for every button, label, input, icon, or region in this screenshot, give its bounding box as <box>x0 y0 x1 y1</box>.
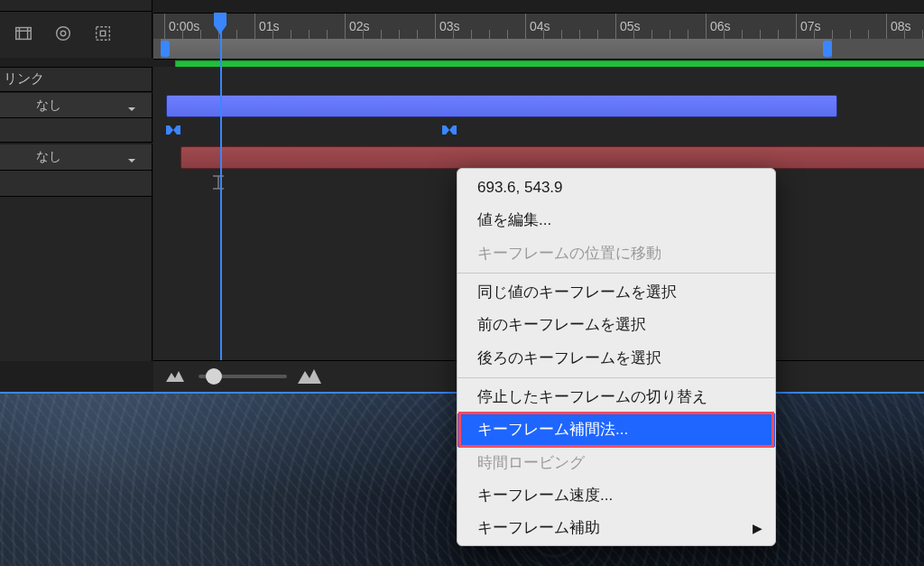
time-tick-minor <box>922 30 923 39</box>
menu-separator <box>457 377 775 378</box>
layer1-property-row <box>0 118 152 143</box>
time-tick: 03s <box>435 14 436 39</box>
time-tick-minor <box>742 30 743 39</box>
work-area-bar[interactable] <box>161 39 832 59</box>
parent-link-label: リンク <box>4 70 44 88</box>
layer1-parent-dropdown[interactable]: なし <box>32 97 141 116</box>
time-tick-minor <box>543 30 544 39</box>
chevron-down-icon <box>126 153 137 164</box>
left-empty-area <box>0 197 152 361</box>
time-tick-minor <box>850 30 851 39</box>
time-tick-minor <box>633 30 634 39</box>
menu-select-previous-keyframes[interactable]: 前のキーフレームを選択 <box>457 309 775 341</box>
menu-select-equal-keyframes[interactable]: 同じ値のキーフレームを選択 <box>457 276 775 309</box>
render-queue-icon[interactable] <box>13 23 34 44</box>
time-tick: 02s <box>345 14 346 39</box>
time-tick-minor <box>868 30 869 39</box>
zoom-in-icon[interactable] <box>298 369 321 384</box>
time-tick-label: 02s <box>349 19 370 33</box>
playhead-handle[interactable] <box>212 13 228 34</box>
menu-value-display: 693.6, 543.9 <box>457 169 775 204</box>
time-tick-minor <box>561 30 562 39</box>
ae-timeline-window: 0:00s01s02s03s04s05s06s07s08s リンク なし なし <box>0 0 924 566</box>
time-tick-minor <box>399 30 400 39</box>
time-tick-minor <box>670 30 670 39</box>
time-tick-label: 03s <box>439 19 460 33</box>
svg-point-4 <box>57 27 70 41</box>
time-ruler[interactable]: 0:00s01s02s03s04s05s06s07s08s <box>153 13 924 60</box>
time-tick-minor <box>778 30 779 39</box>
submenu-arrow-icon: ▶ <box>753 519 762 539</box>
time-tick-label: 06s <box>710 19 731 33</box>
zoom-out-icon[interactable] <box>166 369 184 382</box>
svg-rect-7 <box>100 31 106 36</box>
divider <box>0 11 152 12</box>
time-tick-minor <box>363 30 364 39</box>
time-tick-minor <box>814 30 815 39</box>
chevron-down-icon <box>126 102 137 113</box>
menu-keyframe-interpolation[interactable]: キーフレーム補間法... <box>457 413 775 446</box>
left-header-area <box>0 0 152 58</box>
time-tick: 01s <box>254 14 255 39</box>
dropdown-label: なし <box>36 149 61 165</box>
time-tick-minor <box>471 30 472 39</box>
svg-rect-6 <box>97 27 110 41</box>
layer2-parent-dropdown[interactable]: なし <box>32 148 141 168</box>
layer2-property-row <box>0 171 152 197</box>
time-tick-minor <box>236 30 237 39</box>
time-tick-minor <box>381 30 382 39</box>
menu-separator <box>457 273 775 274</box>
menu-edit-value[interactable]: 値を編集... <box>457 204 775 237</box>
time-tick: 04s <box>525 14 526 39</box>
time-tick-label: 04s <box>530 19 550 33</box>
menu-select-following-keyframes[interactable]: 後ろのキーフレームを選択 <box>457 342 775 375</box>
layer1-bar[interactable] <box>166 95 837 117</box>
time-tick-minor <box>904 30 905 39</box>
playhead[interactable] <box>220 13 222 365</box>
time-tick: 08s <box>886 14 887 39</box>
tracks-header-gap <box>153 67 924 93</box>
time-tick-minor <box>724 30 725 39</box>
time-tick: 06s <box>706 14 707 39</box>
time-tick-minor <box>688 30 688 39</box>
graph-editor-icon[interactable] <box>92 23 114 44</box>
work-area-end-handle[interactable] <box>823 41 832 57</box>
menu-goto-keyframe-time: キーフレームの位置に移動 <box>457 237 775 270</box>
menu-rove-across-time: 時間ロービング <box>457 447 775 479</box>
time-tick: 07s <box>796 14 797 39</box>
time-tick-minor <box>309 30 310 39</box>
time-tick-minor <box>417 30 418 39</box>
time-tick-label: 01s <box>259 19 280 33</box>
menu-keyframe-assistant[interactable]: キーフレーム補助 ▶ <box>457 512 775 544</box>
menu-keyframe-velocity[interactable]: キーフレーム速度... <box>457 479 775 512</box>
layer2-parent-row: なし <box>0 144 152 171</box>
time-tick-label: 07s <box>800 19 821 33</box>
header-toolbar <box>13 23 114 44</box>
in-point-indicator[interactable] <box>212 175 225 190</box>
time-tick-minor <box>507 30 508 39</box>
work-area-start-handle[interactable] <box>161 41 170 57</box>
layer2-bar[interactable] <box>180 146 924 169</box>
time-tick-label: 0:00s <box>169 19 199 33</box>
time-tick: 0:00s <box>164 14 165 39</box>
work-area-track[interactable] <box>153 39 924 59</box>
keyframe-marker[interactable] <box>442 123 457 137</box>
time-tick-minor <box>273 30 273 39</box>
time-tick-minor <box>651 30 652 39</box>
keyframe-marker[interactable] <box>166 123 180 137</box>
time-tick-minor <box>760 30 761 39</box>
layer1-parent-row: なし <box>0 93 152 118</box>
ruler-labels: 0:00s01s02s03s04s05s06s07s08s <box>153 14 924 40</box>
time-tick: 05s <box>615 14 616 39</box>
dropdown-label: なし <box>36 97 61 114</box>
menu-item-label: キーフレーム補助 <box>477 519 600 536</box>
menu-toggle-hold-keyframe[interactable]: 停止したキーフレームの切り替え <box>457 381 775 413</box>
time-tick-label: 08s <box>891 19 911 33</box>
zoom-slider-knob[interactable] <box>206 368 222 385</box>
time-tick-minor <box>327 30 328 39</box>
svg-rect-0 <box>16 28 32 40</box>
time-tick-minor <box>453 30 454 39</box>
motion-blur-icon[interactable] <box>52 23 74 44</box>
svg-point-5 <box>60 31 66 36</box>
time-tick-label: 05s <box>620 19 641 33</box>
